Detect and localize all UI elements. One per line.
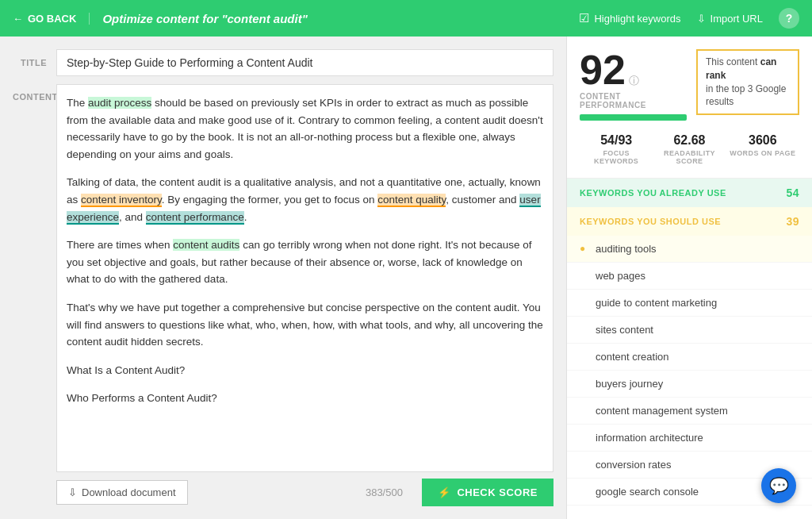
kw-should-use-count: 39 [786, 215, 799, 228]
left-panel: TITLE CONTENT The audit process should b… [0, 37, 566, 519]
metric-words: 3606 WORDS ON PAGE [726, 129, 799, 170]
highlight-audit-process: audit process [88, 97, 151, 109]
list-item[interactable]: web pages [567, 263, 812, 290]
highlight-content-performance: content performance [146, 211, 244, 225]
paragraph-4: That's why we have put together a compre… [67, 299, 543, 351]
header: ← GO BACK Optimize content for "content … [0, 0, 812, 37]
content-label: CONTENT [13, 84, 56, 472]
list-item[interactable]: content creation [567, 344, 812, 371]
metric-readability: 62.68 READABILITY SCORE [653, 129, 726, 170]
page-title: Optimize content for "content audit" [102, 12, 579, 25]
title-row: TITLE [13, 49, 553, 76]
list-item[interactable]: sites content [567, 317, 812, 344]
metric-words-value: 3606 [730, 133, 796, 148]
kw-already-use-count: 54 [786, 186, 799, 199]
metric-focus-label: FOCUS KEYWORDS [583, 149, 649, 165]
chat-icon: 💬 [769, 476, 789, 495]
download-icon: ⇩ [68, 486, 77, 498]
header-actions: ☑ Highlight keywords ⇩ Import URL ? [579, 8, 799, 29]
metrics-row: 54/93 FOCUS KEYWORDS 62.68 READABILITY S… [580, 129, 799, 170]
back-arrow-icon: ← [13, 13, 23, 25]
check-score-icon: ⚡ [438, 486, 451, 498]
highlight-content-audits: content audits [173, 239, 239, 251]
kw-should-use-list: auditing tools web pages guide to conten… [567, 236, 812, 506]
import-label: Import URL [710, 13, 763, 25]
content-editor[interactable]: The audit process should be based on pre… [56, 84, 553, 472]
highlight-keywords-toggle[interactable]: ☑ Highlight keywords [579, 11, 680, 25]
right-panel: 92 ⓘ CONTENT PERFORMANCE This content ca… [566, 37, 812, 519]
metric-readability-value: 62.68 [656, 133, 722, 148]
score-value: 92 [580, 49, 626, 90]
score-section: 92 ⓘ CONTENT PERFORMANCE This content ca… [567, 37, 812, 179]
metric-focus-keywords: 54/93 FOCUS KEYWORDS [580, 129, 653, 170]
check-score-button[interactable]: ⚡ CHECK SCORE [422, 479, 553, 506]
download-label: Download document [82, 486, 176, 498]
rank-badge: This content can rank in the top 3 Googl… [696, 49, 799, 115]
metric-words-label: WORDS ON PAGE [730, 149, 796, 157]
list-item[interactable]: content management system [567, 398, 812, 425]
import-url-button[interactable]: ⇩ Import URL [697, 13, 763, 25]
score-top: 92 ⓘ CONTENT PERFORMANCE This content ca… [580, 49, 799, 121]
paragraph-3: There are times when content audits can … [67, 236, 543, 288]
list-item[interactable]: guide to content marketing [567, 290, 812, 317]
title-label: TITLE [13, 58, 56, 67]
back-label: GO BACK [28, 13, 76, 25]
metric-readability-label: READABILITY SCORE [656, 149, 722, 165]
performance-label: CONTENT PERFORMANCE [580, 92, 687, 110]
kw-should-use-label: KEYWORDS YOU SHOULD USE [580, 217, 721, 226]
char-count: 383/500 [197, 486, 412, 498]
bottom-bar: ⇩ Download document 383/500 ⚡ CHECK SCOR… [13, 472, 553, 506]
check-score-label: CHECK SCORE [457, 486, 538, 498]
highlight-content-inventory: content inventory [81, 194, 162, 207]
kw-already-use-label: KEYWORDS YOU ALREADY USE [580, 188, 726, 198]
kw-already-use-header: KEYWORDS YOU ALREADY USE 54 [567, 179, 812, 207]
list-item[interactable]: auditing tools [567, 236, 812, 263]
paragraph-2: Talking of data, the content audit is a … [67, 174, 543, 225]
paragraph-5: What Is a Content Audit? [67, 362, 543, 379]
content-row: CONTENT The audit process should be base… [13, 84, 553, 472]
import-icon: ⇩ [697, 13, 706, 25]
kw-should-use-header: KEYWORDS YOU SHOULD USE 39 [567, 207, 812, 236]
paragraph-6: Who Performs a Content Audit? [67, 390, 543, 407]
list-item[interactable]: information architecture [567, 425, 812, 452]
paragraph-1: The audit process should be based on pre… [67, 94, 543, 163]
score-bar [580, 114, 687, 121]
highlight-label: Highlight keywords [594, 13, 680, 25]
chat-bubble-button[interactable]: 💬 [761, 468, 796, 503]
checkbox-icon: ☑ [579, 11, 589, 25]
metric-focus-value: 54/93 [583, 133, 649, 148]
info-icon: ⓘ [629, 74, 639, 88]
highlight-content-quality: content quality [377, 194, 446, 207]
help-button[interactable]: ? [779, 8, 799, 29]
back-button[interactable]: ← GO BACK [13, 13, 90, 25]
list-item[interactable]: buyers journey [567, 371, 812, 398]
score-left: 92 ⓘ CONTENT PERFORMANCE [580, 49, 687, 121]
download-button[interactable]: ⇩ Download document [56, 480, 188, 505]
main-layout: TITLE CONTENT The audit process should b… [0, 37, 812, 519]
title-input[interactable] [56, 49, 553, 76]
